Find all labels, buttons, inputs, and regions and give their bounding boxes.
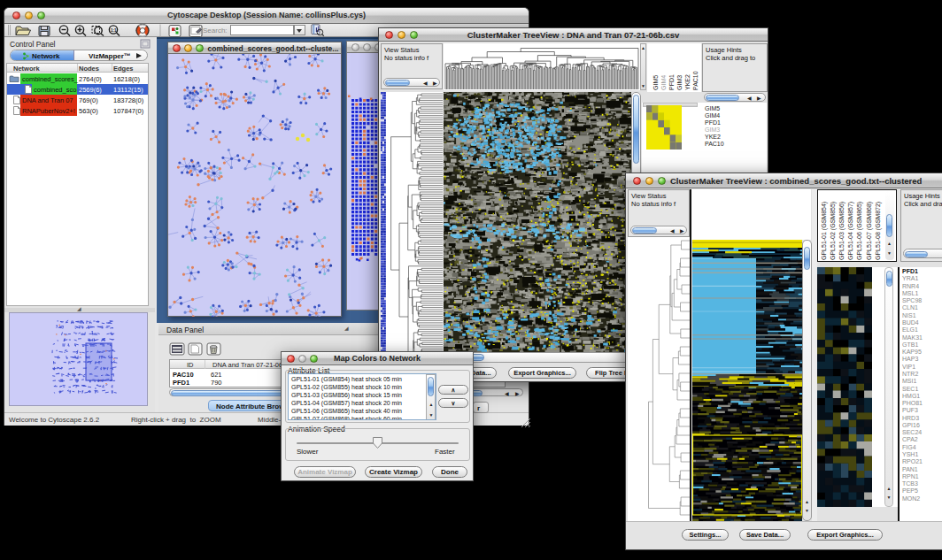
svg-text:1:1: 1:1	[111, 28, 117, 33]
svg-text:Search:: Search:	[203, 27, 228, 35]
